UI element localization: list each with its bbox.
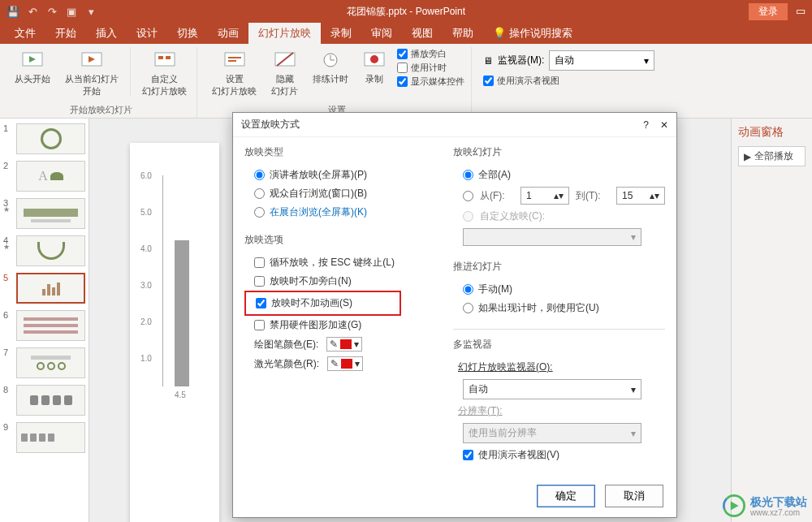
tell-me[interactable]: 💡 操作说明搜索 [483, 23, 582, 44]
chk-no-animation[interactable]: 放映时不加动画(S) [248, 294, 398, 313]
thumb-4[interactable] [16, 235, 85, 266]
chart-ytick: 3.0 [140, 281, 152, 290]
from-current-label: 从当前幻灯片 开始 [65, 73, 119, 97]
thumb-9[interactable] [16, 422, 85, 453]
opt-custom-radio [463, 211, 473, 222]
setup-show-button[interactable]: 设置 幻灯片放映 [209, 47, 260, 99]
show-type-label: 放映类型 [244, 145, 442, 159]
from-spinner[interactable]: 1▴▾ [520, 187, 569, 205]
chart-bar [175, 240, 189, 386]
thumb-5[interactable] [16, 273, 85, 304]
thumb-3[interactable] [16, 198, 85, 229]
rehearse-button[interactable]: 排练计时 [309, 47, 352, 87]
svg-point-16 [370, 55, 378, 63]
monitor-select[interactable]: 自动▾ [549, 50, 654, 71]
thumb-7[interactable] [16, 347, 85, 378]
thumb-6[interactable] [16, 310, 85, 341]
use-timings-check[interactable]: 使用计时 [397, 61, 464, 75]
from-current-button[interactable]: 从当前幻灯片 开始 [62, 47, 122, 99]
custom-show-icon [153, 49, 176, 71]
custom-show-select: ▾ [463, 228, 641, 246]
thumb-8[interactable] [16, 385, 85, 416]
pen-color-label: 绘图笔颜色(E): [254, 338, 318, 352]
from-label: 从(F): [480, 189, 514, 203]
chk-presenter-view[interactable]: 使用演示者视图(V) [453, 446, 665, 464]
tab-design[interactable]: 设计 [127, 23, 167, 44]
chart-xlabel: 4.5 [175, 390, 186, 399]
presenter-view-check[interactable]: 使用演示者视图 [483, 74, 559, 88]
to-label: 到(T): [576, 189, 610, 203]
tab-record[interactable]: 录制 [321, 23, 361, 44]
cancel-button[interactable]: 取消 [605, 485, 663, 507]
chk-no-narration[interactable]: 放映时不加旁白(N) [244, 272, 442, 291]
tab-help[interactable]: 帮助 [443, 23, 483, 44]
opt-all-label: 全部(A) [478, 168, 511, 182]
show-media-check[interactable]: 显示媒体控件 [397, 75, 464, 88]
advance-label: 推进幻灯片 [453, 260, 665, 274]
spinner-icon: ▴▾ [650, 190, 659, 201]
opt-presenter[interactable]: 演讲者放映(全屏幕)(P) [244, 166, 442, 184]
monitor-label: 监视器(M): [498, 54, 544, 67]
rehearse-icon [319, 49, 342, 71]
opt-timings-label: 如果出现计时，则使用它(U) [478, 301, 599, 315]
opt-manual[interactable]: 手动(M) [453, 280, 665, 299]
custom-show-button[interactable]: 自定义 幻灯片放映 [139, 47, 190, 99]
chk-no-narration-label: 放映时不加旁白(N) [270, 274, 352, 288]
chk-loop[interactable]: 循环放映，按 ESC 键终止(L) [244, 253, 442, 272]
undo-icon[interactable]: ↶ [26, 5, 39, 18]
show-slides-label: 放映幻灯片 [453, 145, 665, 159]
login-button[interactable]: 登录 [749, 3, 788, 20]
animation-play-label: 全部播放 [754, 149, 793, 163]
resolution-value: 使用当前分辨率 [469, 426, 537, 440]
record-button[interactable]: 录制 [360, 47, 389, 87]
dialog-help-button[interactable]: ? [643, 119, 649, 131]
chk-no-animation-label: 放映时不加动画(S) [271, 296, 352, 310]
qat-dropdown-icon[interactable]: ▾ [84, 5, 97, 18]
pen-color-button[interactable]: ✎▾ [326, 337, 362, 352]
tab-review[interactable]: 审阅 [361, 23, 402, 44]
save-icon[interactable]: 💾 [6, 5, 19, 18]
opt-from-radio[interactable] [463, 191, 473, 201]
thumb-1[interactable] [16, 123, 85, 154]
from-value: 1 [526, 190, 532, 201]
opt-browse[interactable]: 观众自行浏览(窗口)(B) [244, 184, 442, 203]
opt-kiosk[interactable]: 在展台浏览(全屏幕)(K) [244, 203, 442, 222]
slide-thumbnails[interactable]: 1 2A 3★ 4★ 5 6 7 8 9 [0, 119, 89, 522]
laser-icon: ✎ [330, 358, 339, 369]
opt-all[interactable]: 全部(A) [453, 166, 665, 184]
ok-button[interactable]: 确定 [537, 485, 595, 507]
presenter-view-label: 使用演示者视图 [497, 75, 559, 87]
tab-home[interactable]: 开始 [45, 23, 86, 44]
animation-play-all-button[interactable]: ▶全部播放 [738, 146, 806, 166]
watermark: 极光下载站 www.xz7.com [723, 494, 807, 517]
ribbon-options-icon[interactable]: ▭ [796, 6, 806, 17]
svg-rect-6 [166, 56, 171, 59]
opt-timings[interactable]: 如果出现计时，则使用它(U) [453, 299, 665, 317]
to-spinner[interactable]: 15▴▾ [616, 187, 665, 205]
play-narration-check[interactable]: 播放旁白 [397, 47, 464, 61]
tab-view[interactable]: 视图 [402, 23, 443, 44]
animation-pane-title: 动画窗格 [738, 125, 806, 140]
chk-no-hw[interactable]: 禁用硬件图形加速(G) [244, 316, 442, 334]
monitor-dialog-select[interactable]: 自动▾ [463, 379, 641, 399]
tab-transition[interactable]: 切换 [167, 23, 208, 44]
hide-slide-button[interactable]: 隐藏 幻灯片 [268, 47, 301, 99]
svg-marker-19 [731, 501, 739, 510]
redo-icon[interactable]: ↷ [45, 5, 58, 18]
tab-file[interactable]: 文件 [5, 23, 45, 44]
tell-me-label: 操作说明搜索 [509, 27, 572, 39]
dialog-close-button[interactable]: ✕ [660, 119, 668, 131]
from-beginning-button[interactable]: 从头开始 [11, 47, 54, 87]
laser-color-button[interactable]: ✎▾ [327, 356, 363, 371]
chart-ytick: 2.0 [140, 317, 152, 326]
svg-rect-7 [225, 53, 244, 66]
start-show-icon[interactable]: ▣ [65, 5, 78, 18]
tab-insert[interactable]: 插入 [86, 23, 127, 44]
thumb-2[interactable]: A [16, 161, 85, 192]
multimonitor-label: 多监视器 [453, 338, 665, 352]
chevron-down-icon: ▾ [631, 384, 636, 395]
opt-browse-label: 观众自行浏览(窗口)(B) [270, 187, 367, 201]
tab-slideshow[interactable]: 幻灯片放映 [248, 23, 321, 44]
chk-loop-label: 循环放映，按 ESC 键终止(L) [270, 256, 395, 270]
tab-animation[interactable]: 动画 [208, 23, 248, 44]
